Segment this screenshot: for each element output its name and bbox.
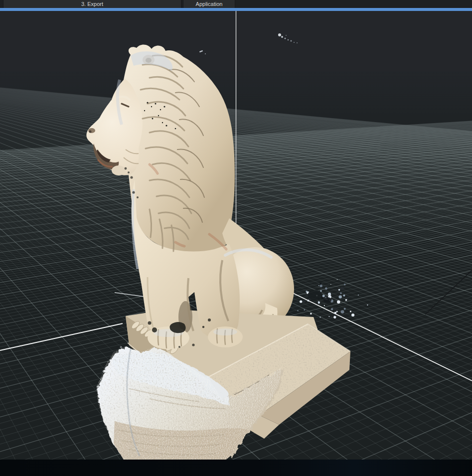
app-window: 3. Export Application (0, 0, 472, 476)
debris-hole (323, 297, 331, 303)
tab-bar: 3. Export Application (0, 0, 472, 8)
tab-application[interactable]: Application (183, 0, 235, 8)
scene-canvas (0, 11, 472, 460)
tab-export[interactable]: 3. Export (3, 0, 181, 8)
viewport-3d[interactable] (0, 11, 472, 460)
floating-fragments (199, 33, 298, 54)
debris-hole (308, 290, 322, 300)
bottom-bar (0, 460, 472, 476)
